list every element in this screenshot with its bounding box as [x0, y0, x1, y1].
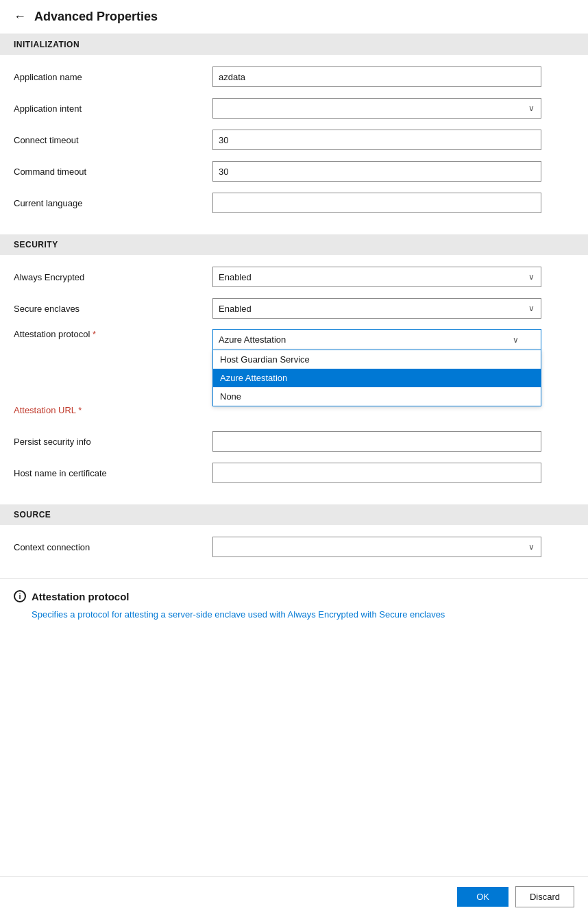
- attestation-protocol-dropdown-menu: Host Guardian Service Azure Attestation …: [212, 350, 541, 406]
- footer-spacer: [0, 633, 588, 687]
- back-button[interactable]: ←: [14, 10, 26, 24]
- always-encrypted-label: Always Encrypted: [14, 272, 212, 282]
- host-name-in-certificate-control: [212, 463, 541, 483]
- initialization-section-header: INITIALIZATION: [0, 34, 588, 55]
- command-timeout-label: Command timeout: [14, 167, 212, 177]
- application-name-input[interactable]: [212, 66, 541, 87]
- footer: OK Discard: [0, 876, 588, 917]
- source-section-header: SOURCE: [0, 504, 588, 525]
- info-panel-header: i Attestation protocol: [14, 590, 574, 602]
- secure-enclaves-select[interactable]: Enabled Disabled: [212, 298, 541, 319]
- connect-timeout-control: [212, 130, 541, 150]
- context-connection-row: Context connection True False ∨: [14, 536, 574, 558]
- header: ← Advanced Properties: [0, 0, 588, 34]
- connect-timeout-row: Connect timeout: [14, 129, 574, 151]
- attestation-protocol-trigger[interactable]: Azure Attestation ∨: [212, 329, 541, 350]
- secure-enclaves-row: Secure enclaves Enabled Disabled ∨: [14, 297, 574, 319]
- current-language-row: Current language: [14, 192, 574, 214]
- info-panel-text: Specifies a protocol for attesting a ser…: [14, 608, 574, 622]
- context-connection-control: True False ∨: [212, 537, 541, 557]
- application-name-label: Application name: [14, 72, 212, 82]
- current-language-input[interactable]: [212, 193, 541, 213]
- host-name-in-certificate-input[interactable]: [212, 463, 541, 483]
- persist-security-info-row: Persist security info: [14, 430, 574, 452]
- always-encrypted-select[interactable]: Enabled Disabled: [212, 267, 541, 287]
- attestation-protocol-control: Azure Attestation ∨ Host Guardian Servic…: [212, 329, 541, 350]
- connect-timeout-input[interactable]: [212, 130, 541, 150]
- current-language-label: Current language: [14, 198, 212, 208]
- context-connection-label: Context connection: [14, 542, 212, 552]
- host-name-in-certificate-row: Host name in certificate: [14, 462, 574, 484]
- command-timeout-input[interactable]: [212, 161, 541, 182]
- source-form: Context connection True False ∨: [0, 525, 588, 578]
- connect-timeout-label: Connect timeout: [14, 135, 212, 145]
- always-encrypted-control: Enabled Disabled ∨: [212, 267, 541, 287]
- application-intent-control: ReadWrite ReadOnly ∨: [212, 98, 541, 119]
- persist-security-info-label: Persist security info: [14, 437, 212, 447]
- attestation-option-none[interactable]: None: [213, 387, 541, 406]
- attestation-protocol-chevron-icon: ∨: [513, 335, 519, 345]
- application-intent-label: Application intent: [14, 103, 212, 114]
- attestation-protocol-label: Attestation protocol: [14, 329, 212, 339]
- security-form: Always Encrypted Enabled Disabled ∨ Secu…: [0, 255, 588, 504]
- info-panel-title: Attestation protocol: [32, 591, 130, 602]
- command-timeout-row: Command timeout: [14, 160, 574, 182]
- application-intent-select[interactable]: ReadWrite ReadOnly: [212, 98, 541, 119]
- always-encrypted-row: Always Encrypted Enabled Disabled ∨: [14, 266, 574, 288]
- attestation-option-host-guardian[interactable]: Host Guardian Service: [213, 350, 541, 369]
- ok-button[interactable]: OK: [457, 887, 509, 907]
- current-language-control: [212, 193, 541, 213]
- attestation-url-label: Attestation URL: [14, 405, 212, 415]
- discard-button[interactable]: Discard: [515, 886, 574, 907]
- persist-security-info-input[interactable]: [212, 431, 541, 452]
- persist-security-info-control: [212, 431, 541, 452]
- attestation-protocol-row: Attestation protocol Azure Attestation ∨…: [14, 329, 574, 351]
- info-panel: i Attestation protocol Specifies a proto…: [0, 578, 588, 633]
- application-name-control: [212, 66, 541, 87]
- secure-enclaves-label: Secure enclaves: [14, 304, 212, 314]
- page-title: Advanced Properties: [34, 10, 158, 24]
- attestation-option-azure-attestation[interactable]: Azure Attestation: [213, 369, 541, 387]
- application-intent-row: Application intent ReadWrite ReadOnly ∨: [14, 97, 574, 119]
- secure-enclaves-control: Enabled Disabled ∨: [212, 298, 541, 319]
- security-section-header: SECURITY: [0, 234, 588, 255]
- application-name-row: Application name: [14, 66, 574, 88]
- host-name-in-certificate-label: Host name in certificate: [14, 468, 212, 478]
- initialization-form: Application name Application intent Read…: [0, 55, 588, 234]
- context-connection-select[interactable]: True False: [212, 537, 541, 557]
- attestation-protocol-value: Azure Attestation: [219, 334, 286, 345]
- command-timeout-control: [212, 161, 541, 182]
- main-content: INITIALIZATION Application name Applicat…: [0, 34, 588, 876]
- page-container: ← Advanced Properties INITIALIZATION App…: [0, 0, 588, 917]
- info-icon: i: [14, 590, 26, 602]
